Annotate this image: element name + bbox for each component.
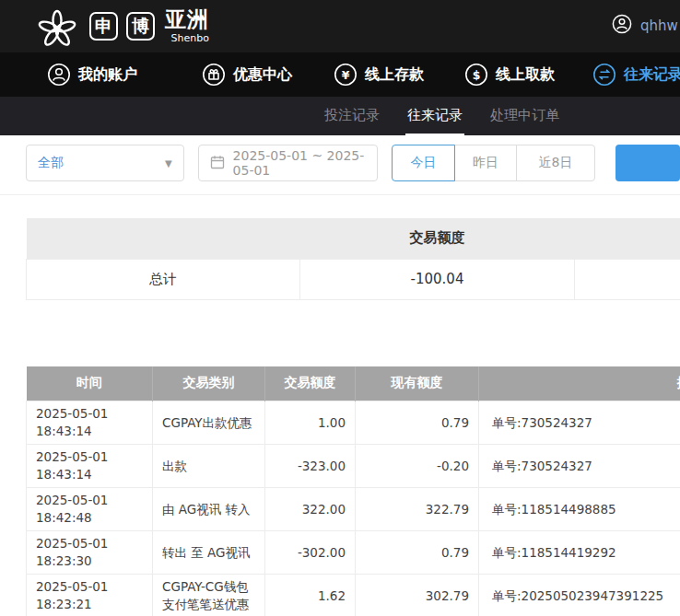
nav-item-withdraw[interactable]: $线上取款 — [464, 63, 555, 87]
summary-total-extra — [575, 259, 680, 299]
gift-icon — [202, 63, 226, 87]
search-button[interactable] — [616, 145, 680, 181]
type-select[interactable]: 全部 ▼ — [26, 145, 184, 181]
table-row: 2025-05-01 18:43:14出款-323.00-0.20单号:7305… — [27, 445, 680, 488]
nav-item-label: 线上取款 — [496, 65, 555, 85]
amount-cell: -302.00 — [265, 531, 356, 575]
records-tbody: 2025-05-01 18:43:14CGPAY出款优惠1.000.79单号:7… — [27, 401, 680, 616]
summary-header-row: 交易额度 — [27, 218, 680, 259]
coin-icon: ¥ — [334, 63, 358, 87]
username: qhhw — [640, 17, 678, 34]
nav-item-account[interactable]: 我的账户 — [47, 63, 137, 87]
subtab-transactions[interactable]: 往来记录 — [405, 97, 464, 135]
brand-region-cn: 亚洲 — [165, 9, 209, 30]
type-cell: CGPAY-CG钱包支付笔笔送优惠 — [153, 575, 265, 616]
nav-item-label: 往来记录 — [624, 65, 680, 85]
summary-header-spacer-right — [575, 218, 680, 259]
quick-today-button[interactable]: 今日 — [392, 145, 455, 181]
summary-total-label: 总计 — [27, 259, 300, 299]
brand-char-shen: 申 — [89, 12, 118, 41]
calendar-icon — [210, 155, 225, 172]
nav-item-deposit[interactable]: ¥线上存款 — [334, 63, 424, 87]
svg-text:¥: ¥ — [342, 68, 350, 82]
column-header: 摘要 — [479, 366, 680, 401]
summary-total-value: -100.04 — [300, 259, 575, 299]
summary-cell: 单号:118514419292 — [479, 531, 680, 575]
summary-header-label: 交易额度 — [300, 218, 575, 259]
brand-logo[interactable]: 申 博 亚洲 Shenbo — [33, 5, 209, 49]
time-cell: 2025-05-01 18:42:48 — [27, 488, 153, 531]
type-cell: 转出 至 AG视讯 — [153, 531, 265, 575]
quick-last8days-button[interactable]: 近8日 — [516, 145, 595, 181]
summary-section: 交易额度 总计 -100.04 — [26, 218, 680, 300]
brand-region: 亚洲 Shenbo — [165, 9, 209, 43]
balance-cell: 0.79 — [356, 401, 479, 445]
amount-cell: 1.62 — [265, 575, 356, 616]
table-row: 2025-05-01 18:23:30转出 至 AG视讯-302.000.79单… — [27, 531, 680, 575]
amount-cell: -323.00 — [265, 445, 356, 488]
quick-range-group: 今日昨日近8日 — [392, 145, 595, 181]
time-cell: 2025-05-01 18:43:14 — [27, 445, 153, 488]
amount-cell: 1.00 — [265, 401, 356, 445]
nav-item-label: 优惠中心 — [233, 65, 292, 85]
summary-total-row: 总计 -100.04 — [27, 259, 680, 299]
user-avatar-icon — [612, 14, 632, 38]
summary-header-spacer-left — [27, 218, 300, 259]
table-row: 2025-05-01 18:43:14CGPAY出款优惠1.000.79单号:7… — [27, 401, 680, 445]
column-header: 交易额度 — [265, 366, 356, 401]
table-row: 2025-05-01 18:23:21CGPAY-CG钱包支付笔笔送优惠1.62… — [27, 575, 680, 616]
column-header: 交易类别 — [153, 366, 265, 401]
balance-cell: -0.20 — [356, 445, 479, 488]
table-row: 2025-05-01 18:42:48由 AG视讯 转入322.00322.79… — [27, 488, 680, 531]
brand-char-bo: 博 — [126, 12, 155, 41]
type-cell: 由 AG视讯 转入 — [153, 488, 265, 531]
nav-item-records[interactable]: 往来记录 — [592, 63, 680, 87]
filter-bar: 全部 ▼ 2025-05-01 ~ 2025-05-01 今日昨日近8日 — [0, 135, 680, 195]
svg-text:$: $ — [473, 68, 481, 82]
top-bar: 申 博 亚洲 Shenbo qhhw — [0, 0, 680, 52]
type-cell: 出款 — [153, 445, 265, 488]
balance-cell: 302.79 — [356, 575, 479, 616]
nav-item-promo[interactable]: 优惠中心 — [202, 63, 292, 87]
amount-cell: 322.00 — [265, 488, 356, 531]
nav-item-label: 我的账户 — [78, 65, 137, 85]
summary-cell: 单号:202505023947391225 — [479, 575, 680, 616]
type-cell: CGPAY出款优惠 — [153, 401, 265, 445]
user-icon — [47, 63, 71, 87]
records-section: 时间交易类别交易额度现有额度摘要 2025-05-01 18:43:14CGPA… — [26, 366, 680, 616]
lotus-flower-icon — [33, 5, 81, 49]
time-cell: 2025-05-01 18:43:14 — [27, 401, 153, 445]
main-nav: 我的账户优惠中心¥线上存款$线上取款往来记录 — [0, 52, 680, 97]
subtab-pending[interactable]: 处理中订单 — [488, 97, 561, 135]
subtab-bets[interactable]: 投注记录 — [322, 97, 381, 135]
subtab-bar: 投注记录往来记录处理中订单 — [0, 97, 680, 135]
time-cell: 2025-05-01 18:23:21 — [27, 575, 153, 616]
type-select-value: 全部 — [38, 155, 165, 171]
balance-cell: 0.79 — [356, 531, 479, 575]
brand-subtitle: Shenbo — [171, 33, 209, 43]
summary-cell: 单号:118514498885 — [479, 488, 680, 531]
dollar-icon: $ — [464, 63, 488, 87]
quick-yesterday-button[interactable]: 昨日 — [454, 145, 517, 181]
date-range-value: 2025-05-01 ~ 2025-05-01 — [233, 148, 366, 178]
date-range-picker[interactable]: 2025-05-01 ~ 2025-05-01 — [198, 145, 378, 181]
column-header: 时间 — [27, 366, 153, 401]
user-account-chip[interactable]: qhhw — [612, 14, 678, 38]
exchange-icon — [592, 63, 616, 87]
column-header: 现有额度 — [356, 366, 479, 401]
summary-cell: 单号:730524327 — [479, 401, 680, 445]
summary-cell: 单号:730524327 — [479, 445, 680, 488]
records-header-row: 时间交易类别交易额度现有额度摘要 — [27, 366, 680, 401]
nav-item-label: 线上存款 — [365, 65, 424, 85]
chevron-down-icon: ▼ — [165, 158, 172, 169]
time-cell: 2025-05-01 18:23:30 — [27, 531, 153, 575]
balance-cell: 322.79 — [356, 488, 479, 531]
